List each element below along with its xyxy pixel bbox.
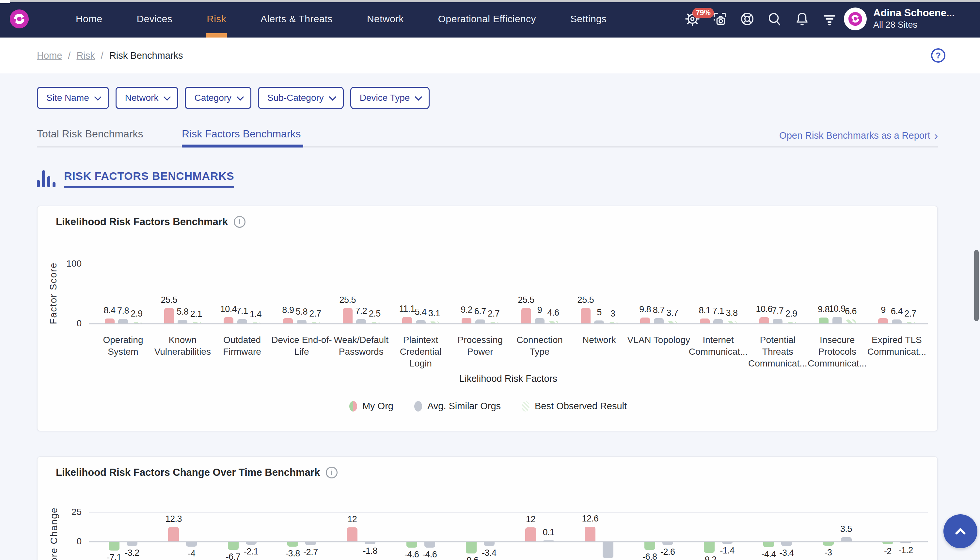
bar-my-org[interactable] — [283, 318, 293, 323]
bar-my-org[interactable] — [878, 318, 888, 323]
legend-item-my-org[interactable]: My Org — [349, 401, 393, 412]
nav-item-operational-efficiency[interactable]: Operational Efficiency — [438, 0, 536, 38]
y-axis-label: Factor Score — [48, 225, 59, 362]
bar-value-label: -1.8 — [352, 546, 388, 556]
bar-avg-similar-orgs[interactable] — [654, 318, 664, 323]
filter-label: Site Name — [47, 93, 89, 103]
bar-my-org[interactable] — [763, 542, 774, 547]
chevron-down-icon — [415, 93, 422, 101]
bar-my-org[interactable] — [407, 542, 417, 548]
breadcrumb-link-risk[interactable]: Risk — [77, 50, 95, 61]
filter-category[interactable]: Category — [185, 87, 252, 109]
bar-avg-similar-orgs[interactable] — [662, 542, 673, 545]
bar-my-org[interactable] — [223, 317, 233, 323]
bar-avg-similar-orgs[interactable] — [186, 542, 197, 547]
bar-my-org[interactable] — [462, 318, 472, 323]
bar-avg-similar-orgs[interactable] — [424, 542, 435, 548]
bar-avg-similar-orgs[interactable] — [178, 320, 187, 323]
nav-item-devices[interactable]: Devices — [137, 0, 173, 38]
bar-avg-similar-orgs[interactable] — [535, 318, 545, 323]
bar-avg-similar-orgs[interactable] — [781, 542, 792, 546]
bar-my-org[interactable] — [882, 542, 893, 544]
bar-avg-similar-orgs[interactable] — [900, 542, 911, 543]
capture-button[interactable] — [711, 10, 728, 27]
open-report-link[interactable]: Open Risk Benchmarks as a Report › — [779, 130, 938, 141]
bar-best-observed-result[interactable] — [548, 321, 558, 323]
bar-avg-similar-orgs[interactable] — [416, 320, 426, 323]
bar-best-observed-result[interactable] — [429, 322, 439, 323]
bar-best-observed-result[interactable] — [370, 322, 380, 323]
bar-avg-similar-orgs[interactable] — [475, 320, 485, 323]
bar-my-org[interactable] — [585, 527, 595, 542]
filter-network[interactable]: Network — [115, 87, 178, 109]
help-icon[interactable]: ? — [931, 48, 945, 63]
bar-my-org[interactable] — [287, 542, 298, 547]
breadcrumb: Home / Risk / Risk Benchmarks — [37, 38, 183, 73]
section-title[interactable]: RISK FACTORS BENCHMARKS — [64, 170, 234, 188]
bar-avg-similar-orgs[interactable] — [246, 542, 257, 545]
bar-my-org[interactable] — [823, 542, 834, 546]
bar-best-observed-result[interactable] — [251, 322, 260, 323]
bar-best-observed-result[interactable] — [846, 320, 856, 323]
bar-my-org[interactable] — [347, 527, 357, 542]
nav-item-home[interactable]: Home — [76, 0, 103, 38]
bar-avg-similar-orgs[interactable] — [365, 542, 375, 544]
tab-total-risk-benchmarks[interactable]: Total Risk Benchmarks — [37, 128, 143, 140]
breadcrumb-link-home[interactable]: Home — [37, 50, 62, 61]
search-button[interactable] — [766, 10, 783, 27]
legend-label: My Org — [362, 401, 393, 412]
bar-my-org[interactable] — [640, 318, 650, 323]
bar-my-org[interactable] — [105, 318, 115, 323]
bar-avg-similar-orgs[interactable] — [237, 319, 247, 323]
bar-best-observed-result[interactable] — [310, 322, 320, 323]
legend-item-avg-similar-orgs[interactable]: Avg. Similar Orgs — [414, 401, 501, 412]
bar-avg-similar-orgs[interactable] — [484, 542, 495, 546]
bar-avg-similar-orgs[interactable] — [118, 319, 128, 323]
notifications-button[interactable] — [793, 10, 810, 27]
risk-score-gear-button[interactable]: 79% — [684, 10, 701, 27]
bar-avg-similar-orgs[interactable] — [356, 319, 366, 323]
bar-avg-similar-orgs[interactable] — [832, 317, 842, 323]
bar-avg-similar-orgs[interactable] — [713, 319, 723, 323]
bar-avg-similar-orgs[interactable] — [297, 320, 307, 323]
filter-device-type[interactable]: Device Type — [350, 87, 430, 109]
bar-my-org[interactable] — [759, 317, 769, 323]
bar-avg-similar-orgs[interactable] — [722, 542, 733, 544]
tab-risk-factors-benchmarks[interactable]: Risk Factors Benchmarks — [182, 128, 301, 140]
bar-best-observed-result[interactable] — [191, 322, 201, 323]
bar-avg-similar-orgs[interactable] — [127, 542, 137, 546]
scrollbar-thumb[interactable] — [974, 250, 979, 321]
bar-best-observed-result[interactable] — [489, 322, 498, 323]
nav-item-settings[interactable]: Settings — [570, 0, 607, 38]
bar-my-org[interactable] — [402, 317, 412, 323]
nav-item-alerts-threats[interactable]: Alerts & Threats — [260, 0, 333, 38]
bar-avg-similar-orgs[interactable] — [773, 319, 782, 323]
support-button[interactable] — [739, 10, 756, 27]
bar-avg-similar-orgs[interactable] — [594, 320, 604, 323]
bar-my-org[interactable] — [700, 318, 710, 323]
y-tick-25: 25 — [46, 507, 82, 517]
nav-item-risk[interactable]: Risk — [207, 0, 226, 38]
bar-value-label: 3 — [595, 309, 631, 319]
bar-avg-similar-orgs[interactable] — [603, 542, 613, 558]
bar-avg-similar-orgs[interactable] — [305, 542, 316, 545]
scroll-to-top-button[interactable] — [943, 514, 977, 548]
bar-avg-similar-orgs[interactable] — [892, 320, 902, 323]
bar-avg-similar-orgs[interactable] — [841, 537, 852, 542]
bar-best-observed-result[interactable] — [667, 321, 677, 323]
bar-my-org[interactable] — [819, 318, 828, 323]
brand-logo[interactable] — [10, 10, 29, 28]
bar-my-org[interactable] — [168, 527, 179, 542]
filter-site-name[interactable]: Site Name — [37, 87, 109, 109]
bar-best-observed-result[interactable] — [608, 322, 618, 323]
bar-best-observed-result[interactable] — [905, 322, 915, 323]
bar-best-observed-result[interactable] — [132, 322, 142, 323]
filter-sub-category[interactable]: Sub-Category — [258, 87, 344, 109]
user-menu[interactable]: Adina Schoene... All 28 Sites — [844, 0, 955, 38]
bar-best-observed-result[interactable] — [787, 322, 796, 323]
bar-avg-similar-orgs[interactable] — [543, 540, 554, 542]
bar-best-observed-result[interactable] — [727, 321, 737, 323]
legend-item-best-observed-result[interactable]: Best Observed Result — [522, 401, 627, 412]
nav-item-network[interactable]: Network — [367, 0, 404, 38]
filter-menu-button[interactable] — [821, 10, 838, 27]
